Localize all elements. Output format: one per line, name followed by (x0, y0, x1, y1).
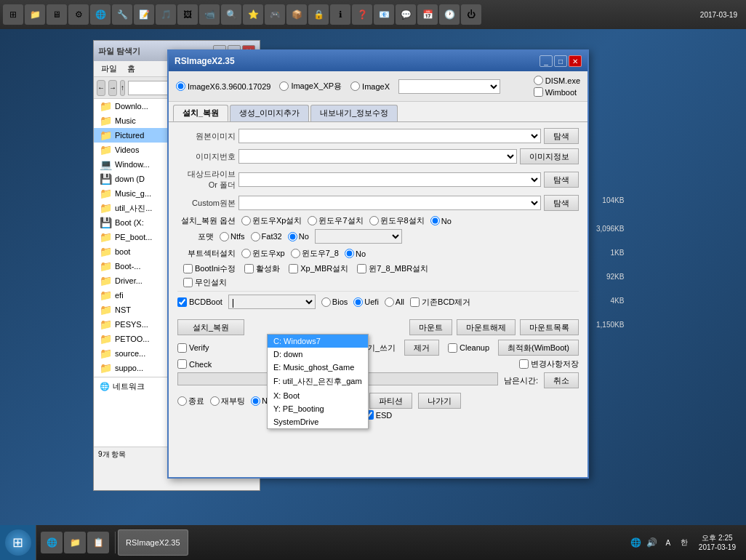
radio-win7-8-boot[interactable]: 윈도우7_8 (291, 248, 339, 259)
radio-win7-8-boot-input[interactable] (291, 249, 300, 258)
tray-icon-lang-a[interactable]: A (661, 535, 675, 550)
top-icon-help[interactable]: ❓ (352, 4, 372, 25)
radio-boot-no[interactable]: No (345, 249, 366, 258)
explorer-up-button[interactable]: ↑ (120, 80, 125, 96)
explorer-menu-home[interactable]: 홈 (123, 62, 140, 76)
dropdown-item-down[interactable]: D: down (268, 348, 368, 361)
radio-ntfs[interactable]: Ntfs (220, 232, 245, 241)
check-activate[interactable]: 활성화 (244, 263, 280, 274)
top-icon-mail[interactable]: 📧 (374, 4, 394, 25)
radio-all[interactable]: All (385, 297, 404, 307)
imagex-combo[interactable] (398, 79, 500, 94)
top-icon-tool[interactable]: 🔧 (112, 4, 132, 25)
dism-radio[interactable]: DISM.exe (534, 76, 580, 85)
radio-winxp-input[interactable] (241, 216, 251, 225)
top-icon-folder[interactable]: 📁 (25, 4, 45, 25)
radio-install-no-input[interactable] (430, 216, 440, 225)
wimboot-checkbox[interactable]: Wimboot (534, 87, 580, 97)
optimize-button[interactable]: 최적화(WimBoot) (498, 340, 579, 356)
install-restore-button[interactable]: 설치_복원 (177, 319, 244, 335)
top-icon-star[interactable]: ⭐ (243, 4, 263, 25)
radio-shutdown[interactable]: 종료 (177, 396, 204, 407)
partition-button[interactable]: 파티션 (369, 393, 412, 409)
explorer-back-button[interactable]: ← (97, 80, 105, 96)
radio-winxp[interactable]: 윈도우Xp설치 (241, 215, 302, 226)
start-orb[interactable]: ⊞ (5, 529, 31, 556)
top-icon-pkg[interactable]: 📦 (286, 4, 307, 25)
tray-icon-network[interactable]: 🌐 (629, 535, 643, 550)
top-icon-doc[interactable]: 📝 (134, 4, 154, 25)
check-legacy-bcd-input[interactable] (410, 297, 420, 307)
quicklaunch-folder[interactable]: 📁 (64, 532, 86, 553)
image-version-select[interactable] (238, 149, 517, 164)
browse-custom-button[interactable]: 탐색 (544, 195, 579, 211)
radio-win7[interactable]: 윈도우7설치 (308, 215, 363, 226)
radio-fat32-input[interactable] (251, 232, 260, 241)
top-icon-image[interactable]: 🖼 (177, 4, 198, 25)
radio-imagex-xp[interactable]: ImageX_XP용 (279, 81, 342, 92)
custom-select[interactable] (238, 196, 541, 210)
radio-format-no[interactable]: No (288, 232, 309, 241)
check-unattended[interactable]: 무인설치 (183, 277, 227, 288)
radio-fat32[interactable]: Fat32 (251, 232, 282, 241)
top-icon-info[interactable]: ℹ (330, 4, 350, 25)
check-change-save[interactable]: 변경사항저장 (519, 359, 579, 369)
radio-end-no-input[interactable] (251, 396, 260, 406)
top-icon-power[interactable]: ⏻ (461, 4, 481, 25)
top-icon-network[interactable]: 🌐 (90, 4, 111, 25)
top-icon-clock[interactable]: 🕐 (439, 4, 460, 25)
check-bootini[interactable]: BootIni수정 (183, 263, 236, 274)
tray-icon-volume[interactable]: 🔊 (645, 535, 659, 550)
check-legacy-bcd[interactable]: 기존BCD제거 (410, 297, 470, 308)
tab-install-restore[interactable]: 설치_복원 (173, 105, 228, 121)
radio-win8-input[interactable] (369, 216, 379, 225)
check-bootini-input[interactable] (183, 264, 193, 273)
top-icon-settings[interactable]: ⚙ (68, 4, 89, 25)
quicklaunch-app[interactable]: 📋 (87, 532, 109, 553)
check-activate-input[interactable] (244, 264, 254, 273)
check-cleanup[interactable]: Cleanup (448, 343, 489, 353)
dropdown-item-system-drive[interactable]: SystemDrive (268, 415, 368, 428)
tab-create-add-image[interactable]: 생성_이미지추가 (230, 105, 309, 121)
radio-winxp-boot-input[interactable] (241, 249, 251, 258)
format-combo[interactable] (315, 229, 402, 244)
wimboot-checkbox-input[interactable] (534, 87, 543, 97)
check-win7-8-mbr-input[interactable] (357, 264, 366, 273)
mount-button[interactable]: 마운트 (409, 319, 452, 335)
check-xp-mbr-input[interactable] (289, 264, 298, 273)
dism-radio-input[interactable] (534, 76, 543, 85)
explorer-menu-file[interactable]: 파일 (97, 62, 121, 76)
radio-imagex-xp-input[interactable] (279, 81, 289, 91)
browse-target-button[interactable]: 탐색 (544, 172, 579, 188)
radio-bios[interactable]: Bios (321, 297, 348, 307)
dropdown-item-windows7[interactable]: C: Windows7 (268, 335, 368, 348)
check-unattended-input[interactable] (183, 278, 193, 287)
radio-shutdown-input[interactable] (177, 396, 187, 406)
check-xp-mbr[interactable]: Xp_MBR설치 (289, 263, 348, 274)
top-icon-chat[interactable]: 💬 (396, 4, 416, 25)
bcd-combo[interactable]: | (228, 295, 316, 309)
taskbar-start[interactable]: ⊞ (0, 525, 36, 560)
radio-uefi-input[interactable] (353, 297, 363, 307)
radio-winxp-boot[interactable]: 윈도우xp (241, 248, 285, 259)
check-cleanup-input[interactable] (448, 343, 457, 353)
check-bcd[interactable]: BCDBoot (177, 297, 222, 307)
check-verify-input[interactable] (177, 343, 187, 353)
top-icon-computer[interactable]: 🖥 (47, 4, 67, 25)
radio-install-no[interactable]: No (430, 216, 452, 225)
quicklaunch-ie[interactable]: 🌐 (41, 532, 63, 553)
source-image-select[interactable] (238, 129, 541, 143)
check-win7-8-mbr[interactable]: 윈7_8_MBR설치 (357, 263, 428, 274)
radio-bios-input[interactable] (321, 297, 331, 307)
radio-all-input[interactable] (385, 297, 394, 307)
radio-ntfs-input[interactable] (220, 232, 229, 241)
check-check[interactable]: Check (177, 359, 212, 369)
explorer-forward-button[interactable]: → (108, 80, 117, 96)
mount-list-button[interactable]: 마운트목록 (520, 319, 579, 335)
radio-format-no-input[interactable] (288, 232, 297, 241)
check-bcd-input[interactable] (177, 297, 187, 307)
radio-uefi[interactable]: Uefi (353, 297, 379, 307)
radio-reboot-input[interactable] (210, 396, 220, 406)
radio-imagex-6[interactable]: ImageX6.3.9600.17029 (176, 81, 270, 91)
cancel-button[interactable]: 취소 (544, 372, 579, 388)
